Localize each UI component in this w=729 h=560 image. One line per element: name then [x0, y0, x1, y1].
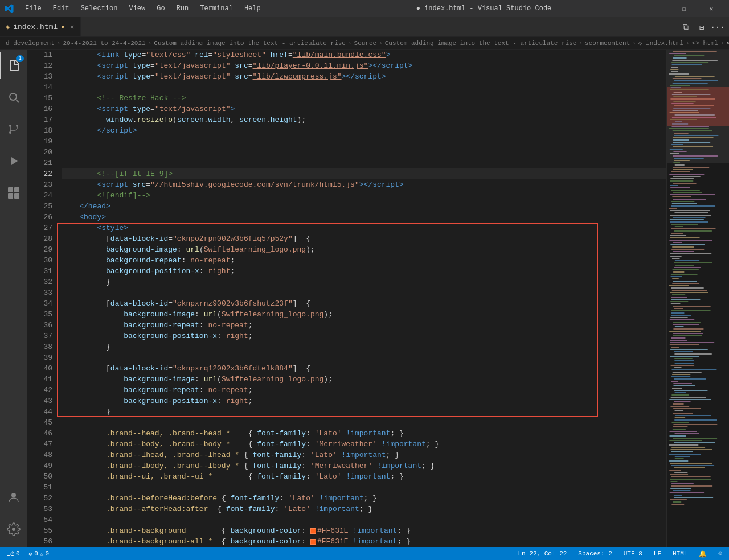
- line-num-23: 23: [27, 179, 52, 190]
- code-line-14: [62, 82, 666, 93]
- svg-point-0: [9, 125, 11, 127]
- menu-selection[interactable]: Selection: [76, 3, 122, 14]
- extensions-icon[interactable]: [0, 179, 27, 207]
- line-num-34: 34: [27, 298, 52, 309]
- code-line-27: <style>: [62, 223, 666, 233]
- title-bar: File Edit Selection View Go Run Terminal…: [0, 0, 729, 17]
- bell-icon: 🔔: [699, 550, 707, 558]
- git-branch-status[interactable]: ⎇ 0: [5, 550, 22, 558]
- code-line-47: .brand--body, .brand--body * { font-fami…: [62, 439, 666, 450]
- code-line-36: background-repeat: no-repeat;: [62, 320, 666, 331]
- code-line-16: <script type="text/javascript">: [62, 104, 666, 114]
- code-line-45: [62, 417, 666, 428]
- line-num-11: 11: [27, 50, 52, 60]
- eol-status[interactable]: LF: [652, 550, 664, 557]
- encoding-status[interactable]: UTF-8: [621, 550, 645, 557]
- svg-rect-3: [8, 187, 13, 192]
- menu-edit[interactable]: Edit: [48, 3, 74, 14]
- code-line-28: [data-block-id="cknpo2rpn002w3b6fiq57p52…: [62, 233, 666, 244]
- minimap-canvas: [667, 50, 729, 547]
- editor-tab-index-html[interactable]: ◈ index.html ● ✕: [0, 17, 81, 36]
- tab-file-icon: ◈: [6, 23, 10, 31]
- line-num-14: 14: [27, 82, 52, 93]
- language-mode-status[interactable]: HTML: [670, 550, 690, 557]
- code-line-46: .brand--head, .brand--head * { font-fami…: [62, 428, 666, 439]
- minimap: [666, 50, 729, 547]
- menu-run[interactable]: Run: [172, 3, 194, 14]
- code-line-34: [data-block-id="cknpxrnz9002v3b6fshutz23…: [62, 298, 666, 309]
- code-line-48: .brand--lhead, .brand--lhead * { font-fa…: [62, 450, 666, 460]
- close-button[interactable]: ✕: [698, 0, 724, 17]
- errors-warnings-status[interactable]: ⊗ 0 ⚠ 0: [27, 550, 51, 558]
- code-line-56: .brand--background-all * { background-co…: [62, 536, 666, 547]
- line-num-32: 32: [27, 277, 52, 287]
- line-num-17: 17: [27, 114, 52, 125]
- line-num-46: 46: [27, 428, 52, 439]
- line-num-41: 41: [27, 374, 52, 385]
- run-debug-icon[interactable]: [0, 147, 27, 175]
- bc-part-7: ◇ index.html: [638, 39, 683, 47]
- bc-sep-7: ›: [686, 40, 690, 47]
- indentation-status[interactable]: Spaces: 2: [576, 550, 614, 557]
- code-line-52: .brand--beforeHead:before { font-family:…: [62, 493, 666, 504]
- line-num-40: 40: [27, 363, 52, 374]
- account-icon[interactable]: [0, 484, 27, 511]
- code-line-57: .brand--border { border-color: #FF631E !…: [62, 547, 666, 547]
- menu-file[interactable]: File: [21, 3, 46, 14]
- feedback-status[interactable]: ☺: [716, 550, 724, 557]
- line-num-47: 47: [27, 439, 52, 450]
- line-num-31: 31: [27, 266, 52, 277]
- bc-sep-8: ›: [720, 40, 724, 47]
- code-editor[interactable]: 11 12 13 14 15 16 17 18 19 20 21 22 23 2…: [27, 50, 729, 547]
- bc-part-1: d development: [6, 40, 55, 47]
- menu-help[interactable]: Help: [240, 3, 265, 14]
- code-line-51: [62, 482, 666, 493]
- code-line-13: <script type="text/javascript" src="lib/…: [62, 71, 666, 82]
- line-num-33: 33: [27, 287, 52, 298]
- code-line-44: }: [62, 406, 666, 417]
- code-line-42: background-repeat: no-repeat;: [62, 385, 666, 396]
- menu-view[interactable]: View: [124, 3, 150, 14]
- breadcrumb: d development › 20-4-2021 to 24-4-2021 ›…: [0, 37, 729, 50]
- svg-rect-5: [8, 193, 13, 199]
- status-bar-left: ⎇ 0 ⊗ 0 ⚠ 0: [5, 550, 51, 558]
- bc-part-8: <> html: [692, 40, 718, 47]
- git-branch-icon: ⎇: [7, 550, 14, 558]
- cursor-position-status[interactable]: Ln 22, Col 22: [516, 550, 570, 557]
- tab-bar-actions: ⧉ ⊟ ···: [679, 20, 729, 36]
- explorer-icon[interactable]: 1: [0, 52, 27, 79]
- line-num-45: 45: [27, 417, 52, 428]
- source-control-icon[interactable]: [0, 116, 27, 143]
- main-layout: 1 11 12 13: [0, 50, 729, 547]
- more-actions-button[interactable]: ···: [711, 20, 724, 34]
- code-line-37: background-position-x: right;: [62, 331, 666, 341]
- toggle-panel-button[interactable]: ⊟: [695, 20, 708, 34]
- svg-point-7: [11, 493, 16, 497]
- code-line-49: .brand--lbody, .brand--lbody * { font-fa…: [62, 460, 666, 471]
- settings-icon[interactable]: [0, 516, 27, 543]
- git-branch-name: 0: [16, 550, 20, 557]
- error-count: 0: [34, 550, 38, 557]
- code-line-50: .brand--ui, .brand--ui * { font-family: …: [62, 471, 666, 482]
- line-num-39: 39: [27, 352, 52, 363]
- minimize-button[interactable]: —: [644, 0, 670, 17]
- editor-area: 11 12 13 14 15 16 17 18 19 20 21 22 23 2…: [27, 50, 729, 547]
- menu-terminal[interactable]: Terminal: [195, 3, 237, 14]
- code-line-31: background-position-x: right;: [62, 266, 666, 277]
- menu-bar: File Edit Selection View Go Run Terminal…: [21, 3, 265, 14]
- tab-bar: ◈ index.html ● ✕ ⧉ ⊟ ···: [0, 17, 729, 37]
- bc-sep-2: ›: [148, 40, 152, 47]
- search-icon[interactable]: [0, 84, 27, 111]
- tab-close-button[interactable]: ✕: [70, 23, 74, 31]
- bc-part-3: Custom adding image into the text - arti…: [154, 40, 346, 47]
- split-editor-button[interactable]: ⧉: [679, 20, 693, 34]
- line-numbers: 11 12 13 14 15 16 17 18 19 20 21 22 23 2…: [27, 50, 57, 547]
- maximize-button[interactable]: ☐: [671, 0, 697, 17]
- activity-bar-bottom: [0, 484, 27, 547]
- menu-go[interactable]: Go: [152, 3, 169, 14]
- source-control-badge: 1: [16, 55, 24, 62]
- notifications-status[interactable]: 🔔: [697, 550, 709, 558]
- line-num-21: 21: [27, 158, 52, 168]
- line-num-13: 13: [27, 71, 52, 82]
- code-line-19: [62, 136, 666, 147]
